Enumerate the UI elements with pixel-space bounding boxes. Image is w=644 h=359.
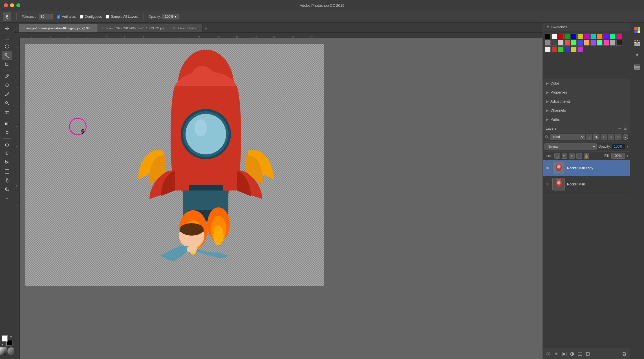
swatch-lightgray[interactable] [558, 40, 564, 46]
tool-dodge[interactable] [2, 128, 12, 137]
tool-crop[interactable] [2, 60, 12, 69]
mask-btn[interactable] [561, 351, 568, 357]
fx-btn[interactable]: fx [553, 351, 560, 357]
swatch-cyan[interactable] [590, 34, 596, 39]
tool-lasso[interactable] [2, 42, 12, 51]
channels-header[interactable]: ▶ Channels [543, 106, 630, 115]
antialias-checkbox[interactable] [57, 15, 60, 19]
swap-colors-icon[interactable]: ⇆ [10, 335, 12, 338]
delete-layer-btn[interactable] [621, 351, 628, 357]
filter-shape-icon[interactable]: ○ [608, 134, 614, 140]
fill-chevron[interactable]: ▾ [627, 154, 628, 158]
swatch-black[interactable] [545, 34, 551, 39]
filter-smart-icon[interactable]: □ [615, 134, 621, 140]
sample-all-layers-checkbox[interactable] [106, 15, 109, 19]
quick-mask-icon[interactable] [0, 347, 7, 355]
panel-icon-layers[interactable] [631, 61, 643, 73]
swatch-lightred[interactable] [564, 40, 570, 46]
tool-path-select[interactable] [2, 158, 12, 167]
swatch-darkblue[interactable] [564, 46, 570, 52]
swatch-seafoam[interactable] [597, 40, 603, 46]
filter-toggle[interactable]: ● [623, 134, 628, 140]
layers-menu-icon[interactable]: ☰ [623, 126, 627, 130]
filter-pixel-icon[interactable]: ⬚ [586, 134, 592, 140]
tab-close-ss2[interactable]: ✕ [173, 26, 175, 30]
filter-adjust-icon[interactable]: ◑ [593, 134, 599, 140]
toolbar-tool-icon[interactable] [3, 12, 11, 21]
swatch-mint[interactable] [610, 34, 616, 39]
lock-brush-icon[interactable]: ✏ [562, 153, 567, 159]
swatch-magenta[interactable] [584, 34, 590, 39]
tab-close-main[interactable]: ✕ [22, 26, 25, 30]
screen-mode-icon[interactable] [7, 347, 14, 355]
layer-item-rocket-copy[interactable]: 👁 Rocket Man copy [543, 160, 630, 176]
swatch-lightgreen[interactable] [571, 40, 577, 46]
swatch-darkgreen[interactable] [558, 46, 564, 52]
opacity-input[interactable] [612, 144, 625, 149]
adjustment-btn[interactable] [569, 351, 575, 357]
swatch-pink[interactable] [616, 34, 622, 39]
link-layers-btn[interactable] [545, 351, 552, 357]
close-button[interactable] [4, 3, 8, 7]
swatch-verylight[interactable] [545, 46, 551, 52]
swatch-green[interactable] [564, 34, 570, 39]
blend-mode-select[interactable]: Normal [544, 143, 597, 150]
tool-magic-wand[interactable] [2, 51, 12, 60]
lock-all-icon[interactable]: 🔒 [584, 153, 589, 159]
swatch-lavender[interactable] [590, 40, 596, 46]
layer-item-rocket[interactable]: 👁 Rocket Man [543, 176, 630, 192]
tool-eraser[interactable] [2, 108, 12, 116]
swatch-rose[interactable] [603, 40, 609, 46]
panel-icon-character[interactable]: A [631, 50, 643, 61]
tabs-more-btn[interactable]: » [202, 24, 209, 32]
canvas-scroll-area[interactable]: ✦ [20, 38, 542, 359]
swatch-medgray[interactable] [610, 40, 616, 46]
tool-zoom[interactable] [2, 185, 12, 194]
tool-shape[interactable] [2, 167, 12, 176]
lock-pixels-icon[interactable]: ⬚ [554, 153, 560, 159]
maximize-button[interactable] [16, 3, 20, 7]
color-header[interactable]: ▶ Color [543, 79, 630, 88]
tab-close-ss1[interactable]: ✕ [101, 26, 104, 30]
tolerance-input[interactable] [39, 14, 53, 19]
swatch-white[interactable] [552, 34, 557, 39]
default-colors-icon[interactable]: ■ [2, 343, 3, 346]
swatch-darkred[interactable] [552, 46, 557, 52]
swatch-violet[interactable] [577, 46, 583, 52]
tool-more[interactable]: ••• [2, 194, 12, 203]
tool-brush[interactable] [2, 90, 12, 98]
foreground-color-swatch[interactable] [2, 335, 8, 342]
paths-header[interactable]: ▶ Paths [543, 115, 630, 124]
swatch-verydark[interactable] [616, 40, 622, 46]
tool-healing[interactable] [2, 81, 12, 89]
tab-screenshot1[interactable]: ✕ Screen Shot 2019-06-02 at 5.13.33 PM.p… [98, 24, 169, 32]
tab-main-image[interactable]: ✕ image-from-rawpixel-id-424879-jpeg.jpg… [19, 24, 98, 32]
layers-expand-icon[interactable]: ⇥ [618, 126, 621, 130]
lock-move-icon[interactable]: ✛ [569, 153, 575, 159]
swatch-red[interactable] [558, 34, 564, 39]
swatch-lightblue[interactable] [577, 40, 583, 46]
tab-screenshot2[interactable]: ✕ Screen Shot 2... [169, 24, 203, 32]
swatch-purple[interactable] [603, 34, 609, 39]
group-btn[interactable] [577, 351, 583, 357]
minimize-button[interactable] [10, 3, 14, 7]
tool-pen[interactable] [2, 140, 12, 149]
opacity-dropdown[interactable]: 100% ▾ [162, 14, 179, 19]
swatch-olive[interactable] [571, 46, 577, 52]
swatch-gray[interactable] [545, 40, 551, 46]
tool-clone[interactable] [2, 99, 12, 107]
contiguous-checkbox[interactable] [80, 15, 83, 19]
swatch-peach[interactable] [584, 40, 590, 46]
fill-input[interactable] [611, 153, 625, 159]
tool-move[interactable] [2, 24, 12, 33]
properties-header[interactable]: ▶ Properties [543, 88, 630, 97]
panel-icon-color[interactable] [631, 25, 643, 37]
tool-marquee[interactable] [2, 33, 12, 42]
opacity-chevron[interactable]: ▾ [627, 145, 628, 149]
layer-eye-rocket[interactable]: 👁 [545, 182, 550, 187]
lock-artboard-icon[interactable]: □ [576, 153, 582, 159]
kind-filter-select[interactable]: Kind [550, 134, 585, 140]
swatches-header[interactable]: ▼ Swatches [543, 23, 630, 31]
new-layer-btn[interactable] [585, 351, 591, 357]
swatch-darkgray[interactable] [552, 40, 557, 46]
